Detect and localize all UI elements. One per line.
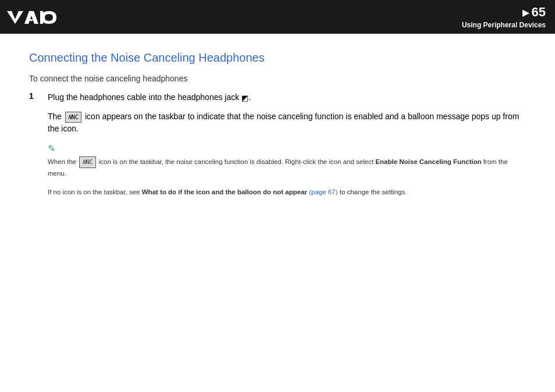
step-1-text-before: Plug the headphones cable into the headp… [48, 92, 239, 102]
note-text-after: icon is on the taskbar, the noise cancel… [99, 158, 373, 165]
page-subtitle: Using Peripheral Devices [462, 21, 546, 29]
step-1-content: Plug the headphones cable into the headp… [48, 91, 526, 104]
nc-icon: NNC [65, 112, 81, 123]
description-text: The NNC icon appears on the taskbar to i… [48, 111, 526, 135]
step-1-period: . [248, 92, 251, 102]
note-bold-text: Enable Noise Canceling Function [375, 158, 481, 165]
page-67-link-text: (page 67) [309, 188, 337, 195]
add-note-after: to change the settings. [340, 188, 407, 195]
page-header: ▶ 65 Using Peripheral Devices [0, 0, 555, 34]
vaio-logo [7, 9, 59, 25]
desc-text-before: The [48, 112, 62, 121]
svg-marker-0 [7, 11, 23, 24]
note-block: ✎ When the NNC icon is on the taskbar, t… [48, 143, 526, 179]
add-note-before: If no icon is on the taskbar, see [48, 188, 140, 195]
section-title: Connecting the Noise Canceling Headphone… [29, 51, 526, 65]
svg-marker-1 [24, 11, 38, 24]
description-block: The NNC icon appears on the taskbar to i… [48, 111, 526, 135]
note-nc-icon: NNC [79, 156, 95, 168]
step-number-1: 1 [29, 91, 41, 104]
add-note-bold: What to do if the icon and the balloon d… [142, 188, 307, 195]
step-1: 1 Plug the headphones cable into the hea… [29, 91, 526, 104]
additional-note-block: If no icon is on the taskbar, see What t… [48, 187, 526, 197]
step-1-text: Plug the headphones cable into the headp… [48, 92, 251, 102]
page-number-line: ▶ 65 [522, 5, 546, 20]
additional-note-text: If no icon is on the taskbar, see What t… [48, 187, 526, 197]
header-right: ▶ 65 Using Peripheral Devices [462, 5, 546, 29]
main-content: Connecting the Noise Canceling Headphone… [0, 34, 555, 215]
page-67-link[interactable]: (page 67) [309, 188, 337, 195]
subsection-title: To connect the noise canceling headphone… [29, 74, 526, 83]
desc-text-after: icon appears on the taskbar to indicate … [48, 112, 519, 133]
headphone-jack-symbol: ◩ [241, 94, 248, 102]
note-text-before: When the [48, 158, 76, 165]
svg-rect-2 [27, 19, 33, 21]
page-number: 65 [532, 5, 546, 20]
arrow-icon: ▶ [522, 7, 529, 18]
note-pencil-icon: ✎ [48, 143, 526, 154]
note-text: When the NNC icon is on the taskbar, the… [48, 156, 526, 179]
